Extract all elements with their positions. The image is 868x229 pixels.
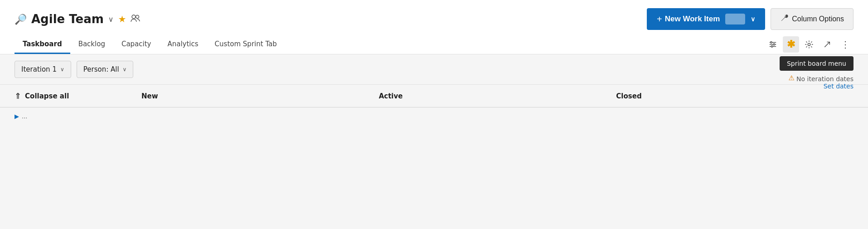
svg-point-1: [136, 15, 139, 19]
new-work-item-label: New Work Item: [665, 15, 720, 24]
sprint-tooltip-wrapper: Sprint board menu ⚠ No iteration dates S…: [780, 56, 853, 90]
tab-analytics[interactable]: Analytics: [159, 34, 206, 54]
header-right: + New Work Item ∨ Column Options: [647, 8, 853, 30]
team-members-icon[interactable]: [131, 14, 141, 24]
iteration-dropdown[interactable]: Iteration 1 ∨: [15, 61, 71, 78]
nav-tabs: Taskboard Backlog Capacity Analytics Cus…: [15, 34, 285, 54]
bottom-row-indicator: ▶: [15, 113, 19, 120]
team-icon: 🔎: [15, 14, 27, 25]
collapse-all-label: Collapse all: [25, 92, 69, 100]
tab-capacity[interactable]: Capacity: [113, 34, 160, 54]
asterisk-icon: ✱: [787, 39, 795, 50]
collapse-icon: ⇑: [15, 91, 21, 101]
new-work-item-caret-icon: ∨: [751, 15, 755, 23]
set-dates-link[interactable]: Set dates: [824, 83, 853, 90]
warning-icon: ⚠: [789, 74, 795, 82]
svg-point-0: [132, 15, 136, 19]
new-work-item-button[interactable]: + New Work Item ∨: [647, 8, 765, 30]
bottom-row-label: ...: [22, 113, 27, 120]
person-caret-icon: ∨: [123, 66, 127, 73]
more-icon: ⋮: [841, 40, 850, 49]
team-name: Agile Team: [31, 12, 104, 26]
no-dates-text: No iteration dates: [796, 75, 853, 83]
person-label: Person: All: [83, 65, 119, 73]
svg-point-6: [773, 44, 775, 45]
star-icon[interactable]: ★: [118, 14, 126, 24]
svg-point-7: [771, 45, 773, 47]
iteration-caret-icon: ∨: [60, 66, 64, 73]
asterisk-icon-button[interactable]: ✱: [783, 36, 799, 53]
sprint-menu-area: Sprint board menu ⚠ No iteration dates S…: [780, 54, 853, 90]
wrench-icon: [780, 14, 788, 24]
svg-point-8: [808, 43, 810, 45]
header-left: 🔎 Agile Team ∨ ★: [15, 12, 141, 26]
chevron-down-icon[interactable]: ∨: [108, 15, 114, 24]
button-divider: [725, 14, 745, 24]
no-dates-row: ⚠ No iteration dates: [789, 73, 853, 83]
person-dropdown[interactable]: Person: All ∨: [77, 61, 134, 78]
sprint-board-menu-tooltip: Sprint board menu: [780, 56, 853, 71]
filter-bar: Iteration 1 ∨ Person: All ∨ Sprint board…: [0, 54, 868, 84]
tab-toolbar-icons: ✱ ⋮: [765, 36, 853, 53]
expand-icon-button[interactable]: [819, 36, 835, 53]
column-header-new: New: [141, 86, 379, 107]
collapse-all-button[interactable]: ⇑ Collapse all: [15, 85, 141, 107]
plus-icon: +: [657, 14, 662, 24]
settings-icon-button[interactable]: [801, 36, 817, 53]
tab-backlog[interactable]: Backlog: [70, 34, 113, 54]
tab-taskboard[interactable]: Taskboard: [15, 34, 70, 54]
more-icon-button[interactable]: ⋮: [837, 36, 853, 53]
tab-custom-sprint[interactable]: Custom Sprint Tab: [207, 34, 285, 54]
bottom-row: ▶ ...: [0, 107, 868, 125]
iteration-label: Iteration 1: [21, 65, 57, 73]
filter-icon-button[interactable]: [765, 36, 781, 53]
header-bar: 🔎 Agile Team ∨ ★ + New Work Item ∨: [0, 0, 868, 34]
column-options-label: Column Options: [792, 15, 844, 23]
column-options-button[interactable]: Column Options: [771, 8, 853, 30]
column-headers-bar: ⇑ Collapse all New Active Closed: [0, 84, 868, 107]
nav-tabs-bar: Taskboard Backlog Capacity Analytics Cus…: [0, 34, 868, 54]
svg-point-5: [771, 41, 772, 43]
column-header-active: Active: [379, 86, 616, 107]
